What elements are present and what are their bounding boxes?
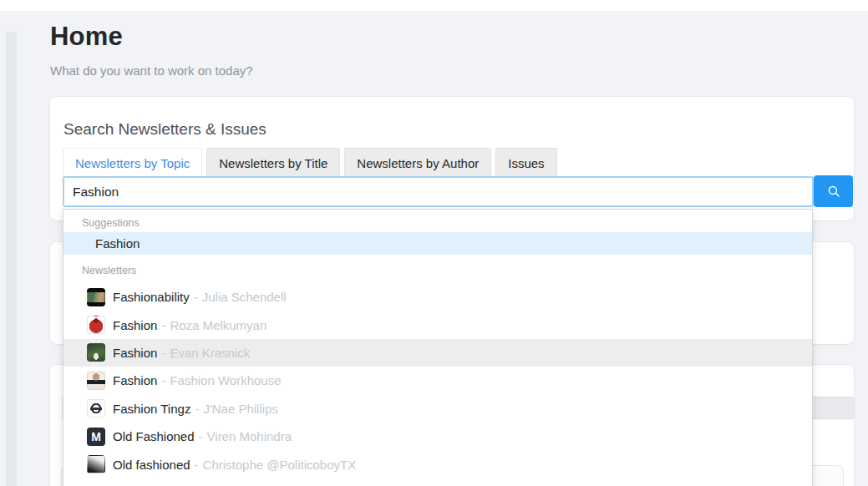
suggestions-header: Suggestions bbox=[63, 210, 812, 232]
newsletter-item[interactable]: Old fashioned - Christophe @PoliticoboyT… bbox=[63, 450, 812, 478]
tab-newsletters-by-author[interactable]: Newsletters by Author bbox=[344, 148, 491, 177]
newsletter-author: Christophe @PoliticoboyTX bbox=[203, 458, 357, 472]
suggestion-item[interactable]: Fashion bbox=[63, 232, 812, 255]
newsletter-item[interactable]: Fashion - Evan Krasnick bbox=[63, 339, 812, 367]
newsletter-title: Old fashioned bbox=[113, 458, 190, 472]
page-subtitle: What do you want to work on today? bbox=[50, 63, 253, 78]
newsletter-author: Roza Melkumyan bbox=[170, 318, 266, 332]
title-author-separator: - bbox=[199, 429, 203, 443]
search-tabs: Newsletters by TopicNewsletters by Title… bbox=[63, 148, 557, 177]
newsletter-author: Julia Schendell bbox=[202, 290, 287, 304]
search-card-title: Search Newsletters & Issues bbox=[63, 120, 266, 139]
title-author-separator: - bbox=[195, 458, 199, 472]
page-title: Home bbox=[50, 22, 123, 52]
newsletter-avatar bbox=[87, 372, 105, 390]
tab-newsletters-by-topic[interactable]: Newsletters by Topic bbox=[63, 148, 202, 177]
newsletter-item[interactable]: Fashion - Fashion Workhouse bbox=[63, 367, 812, 394]
newsletter-title: Fashion bbox=[113, 346, 157, 360]
magnifier-icon bbox=[826, 184, 841, 199]
newsletter-avatar bbox=[87, 288, 105, 306]
newsletter-author: J'Nae Phillips bbox=[203, 402, 278, 416]
newsletter-author: Fashion Workhouse bbox=[170, 373, 281, 387]
search-card: Search Newsletters & Issues Newsletters … bbox=[50, 97, 854, 220]
suggestions-list: Fashion bbox=[63, 232, 812, 255]
app-canvas: Home What do you want to work on today? … bbox=[0, 0, 868, 486]
newsletter-item[interactable]: Fashion - Roza Melkumyan bbox=[63, 311, 812, 338]
newsletter-title: Fashionability bbox=[113, 290, 190, 304]
search-button[interactable] bbox=[814, 175, 853, 207]
newsletter-avatar: M bbox=[87, 428, 105, 446]
title-author-separator: - bbox=[161, 318, 165, 332]
top-strip bbox=[0, 0, 868, 11]
newsletter-avatar bbox=[87, 455, 105, 473]
search-row bbox=[63, 175, 853, 207]
newsletter-item[interactable]: Fashion Tingz - J'Nae Phillips bbox=[63, 395, 812, 423]
newsletters-list: Fashionability - Julia Schendell Fashion… bbox=[63, 283, 812, 478]
title-author-separator: - bbox=[194, 290, 198, 304]
newsletter-avatar bbox=[87, 316, 105, 334]
tab-newsletters-by-title[interactable]: Newsletters by Title bbox=[206, 148, 340, 177]
title-author-separator: - bbox=[161, 346, 165, 360]
newsletter-item[interactable]: Fashionability - Julia Schendell bbox=[63, 283, 812, 311]
newsletter-item[interactable]: M Old Fashioned - Viren Mohindra bbox=[63, 423, 812, 450]
newsletter-author: Evan Krasnick bbox=[170, 346, 250, 360]
search-suggestions-dropdown: Suggestions Fashion Newsletters Fashiona… bbox=[63, 209, 813, 486]
tab-issues[interactable]: Issues bbox=[495, 148, 556, 177]
newsletter-title: Fashion Tingz bbox=[113, 402, 190, 416]
newsletter-title: Fashion bbox=[113, 318, 157, 332]
newsletter-author: Viren Mohindra bbox=[207, 429, 292, 443]
newsletter-title: Fashion bbox=[113, 373, 157, 387]
newsletter-avatar bbox=[87, 399, 105, 418]
newsletter-avatar bbox=[87, 343, 105, 362]
left-gutter bbox=[6, 32, 17, 486]
newsletter-title: Old Fashioned bbox=[113, 429, 195, 443]
avatar-letter: M bbox=[91, 431, 101, 443]
title-author-separator: - bbox=[195, 402, 199, 416]
search-input[interactable] bbox=[63, 176, 814, 207]
newsletters-header: Newsletters bbox=[63, 255, 812, 283]
title-author-separator: - bbox=[161, 373, 165, 387]
